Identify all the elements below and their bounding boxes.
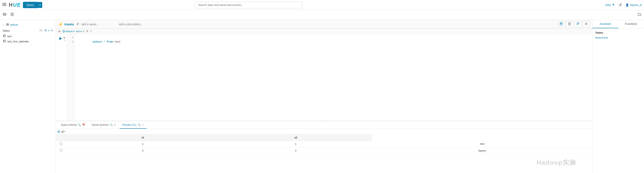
- table-name-delimiter: test_hive_delimiter: [7, 40, 29, 43]
- format-dropdown-arrow: ▾: [80, 30, 82, 33]
- folder-nav-icon[interactable]: [636, 11, 642, 18]
- top-right-area: Jobs ↺ 👤 fayson_d: [605, 2, 642, 7]
- editor-history-icon[interactable]: ↺: [76, 22, 79, 26]
- sidebar-item-test[interactable]: test: [0, 34, 56, 39]
- row-1-s1: 1: [220, 141, 372, 147]
- svg-rect-8: [4, 40, 6, 42]
- svg-marker-15: [60, 37, 62, 40]
- settings-button[interactable]: [583, 21, 590, 27]
- saved-queries-refresh-icon[interactable]: ↻: [114, 124, 116, 126]
- query-dropdown-button[interactable]: ▾: [38, 2, 42, 8]
- row-2-s1: 2: [220, 147, 372, 154]
- svg-point-12: [586, 23, 587, 24]
- database-dropdown[interactable]: default ▾: [62, 30, 74, 33]
- svg-rect-18: [63, 131, 64, 133]
- editor-wrapper: 0s default ▾ text ▾ ℹ ?: [56, 29, 592, 121]
- database-label: default: [66, 30, 73, 33]
- impala-label: Impala: [64, 22, 74, 26]
- svg-rect-7: [4, 35, 6, 37]
- tab-query-history[interactable]: Query History 🔍 📅: [58, 121, 88, 129]
- results-toolbar: ⊞ ▾: [56, 129, 592, 134]
- add-table-icon[interactable]: +: [48, 29, 50, 32]
- svg-rect-1: [2, 4, 6, 5]
- impala-badge: ⚡ Impala: [58, 22, 74, 27]
- tab-functions[interactable]: Functions: [618, 20, 644, 28]
- results-expand-icon[interactable]: ⤢: [142, 124, 144, 126]
- tag-button[interactable]: [574, 21, 582, 27]
- center-content: ⚡ Impala ↺: [56, 20, 592, 173]
- chart-view-selector[interactable]: ▾: [61, 130, 65, 133]
- row-1-checkbox[interactable]: [60, 142, 62, 145]
- grid-view-icon[interactable]: ⊞: [58, 130, 60, 133]
- result-type-selector[interactable]: ⊞ ▾: [63, 36, 65, 41]
- format-label: text: [76, 30, 80, 33]
- search-input[interactable]: [195, 1, 302, 8]
- jobs-icon: [612, 3, 615, 7]
- logo[interactable]: HUE: [9, 2, 20, 8]
- jobs-link[interactable]: Jobs: [605, 3, 615, 7]
- back-arrow-icon: ←: [2, 23, 5, 26]
- filter-icon[interactable]: ⊞: [44, 29, 47, 32]
- run-button[interactable]: [58, 36, 63, 43]
- table-icon: [3, 35, 6, 38]
- svg-point-13: [63, 30, 64, 31]
- query-info-icon[interactable]: ℹ: [83, 30, 84, 33]
- refresh-tables-icon[interactable]: ↻: [51, 29, 53, 32]
- user-icon: 👤: [626, 3, 629, 6]
- tables-section-title: Tables: [595, 31, 641, 34]
- row-2-cb[interactable]: [56, 147, 66, 154]
- query-button[interactable]: Query: [23, 2, 38, 8]
- editor-actions: [558, 21, 590, 27]
- database-dropdown-arrow: ▾: [73, 30, 74, 33]
- row-2-checkbox[interactable]: [60, 149, 62, 152]
- history-icon[interactable]: ↺: [618, 2, 622, 7]
- save-file-button[interactable]: [558, 21, 565, 27]
- svg-point-14: [87, 31, 88, 31]
- tables-actions: (2) ⊞ + ↻: [40, 29, 53, 32]
- query-settings-icon[interactable]: [86, 30, 89, 33]
- tab-assistant[interactable]: Assistant: [592, 20, 618, 28]
- svg-rect-0: [2, 3, 6, 3]
- saved-queries-label: Saved Queries: [92, 123, 108, 126]
- row-2-s2: fayson: [372, 147, 592, 154]
- new-file-button[interactable]: [566, 21, 573, 27]
- query-help-icon[interactable]: ?: [90, 30, 92, 33]
- editor-main: ⊞ ▾ 1 2 select * from test: [56, 34, 592, 121]
- right-panel-tabs: Assistant Functions: [592, 20, 644, 28]
- table-icon-2: [3, 40, 6, 43]
- hamburger-icon[interactable]: [2, 2, 6, 7]
- table-header-row: s1 s2: [56, 134, 592, 141]
- query-history-label: Query History: [61, 123, 77, 126]
- svg-point-4: [3, 13, 6, 14]
- jobs-label: Jobs: [605, 3, 611, 6]
- db-label: default: [10, 23, 18, 26]
- table-row: 2 2 fayson: [56, 147, 592, 154]
- svg-point-3: [613, 4, 614, 5]
- results-tabs: Query History 🔍 📅 Saved Queries 🔍 ↻ Resu…: [56, 121, 592, 129]
- right-table-item-default-test[interactable]: default.test: [595, 36, 641, 40]
- left-sidebar: ← default Tables (2) ⊞ + ↻ test: [0, 20, 56, 173]
- docs-nav-icon[interactable]: [9, 11, 15, 18]
- editor-name-input[interactable]: [81, 23, 116, 26]
- database-nav-icon[interactable]: [2, 11, 8, 18]
- tab-saved-queries[interactable]: Saved Queries 🔍 ↻: [89, 121, 119, 129]
- saved-queries-search-icon[interactable]: 🔍: [110, 124, 113, 126]
- row-1-num: 1: [66, 141, 220, 147]
- code-editor[interactable]: select * from test: [75, 34, 592, 121]
- editor-desc-input[interactable]: [119, 23, 154, 26]
- tab-results[interactable]: Results (11) 🔍 ⤢: [120, 121, 146, 129]
- run-area: ⊞ ▾: [56, 34, 67, 121]
- row-1-cb[interactable]: [56, 141, 66, 147]
- impala-icon: ⚡: [58, 22, 63, 27]
- format-dropdown[interactable]: text ▾: [76, 30, 82, 33]
- results-table-wrapper: s1 s2 1 1 test: [56, 134, 592, 173]
- query-history-calendar-icon[interactable]: 📅: [82, 124, 85, 126]
- sidebar-back-button[interactable]: ← default: [0, 22, 56, 28]
- sidebar-item-test-hive-delimiter[interactable]: test_hive_delimiter: [0, 39, 56, 44]
- svg-rect-9: [560, 22, 562, 25]
- results-label: Results (11): [122, 123, 136, 126]
- user-link[interactable]: 👤 fayson_d: [626, 3, 642, 6]
- tables-count: (2): [40, 29, 42, 32]
- query-history-search-icon[interactable]: 🔍: [78, 124, 81, 126]
- results-search-icon[interactable]: 🔍: [138, 124, 141, 126]
